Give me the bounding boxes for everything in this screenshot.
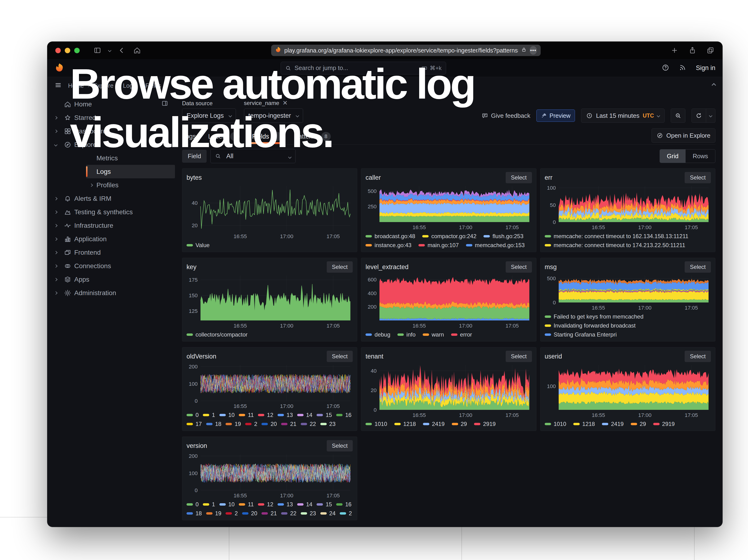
sidebar-item-home[interactable]: Home [51, 97, 175, 111]
breadcrumb-item-fields[interactable]: Fields [145, 82, 161, 89]
select-button[interactable]: Select [327, 440, 353, 451]
breadcrumb-item-logs[interactable]: Logs [123, 82, 136, 89]
data-source-select[interactable]: Explore Logs [182, 109, 236, 123]
remove-filter-icon[interactable]: ✕ [282, 99, 288, 107]
layout-toggle[interactable]: GridRows [660, 149, 716, 163]
legend-item[interactable]: 18 [206, 420, 221, 428]
dock-sidebar-icon[interactable] [161, 100, 168, 109]
legend-item[interactable]: 12 [258, 411, 273, 419]
panel-chart[interactable]: 05010016:5517:0017:05 [545, 183, 711, 231]
window-controls[interactable] [55, 48, 80, 53]
legend-item[interactable]: collectors/compactor [187, 331, 248, 339]
legend-item[interactable]: 1 [203, 411, 215, 419]
legend-item[interactable]: 16 [336, 500, 352, 508]
zoom-window-button[interactable] [74, 48, 80, 53]
breadcrumb-item-explore[interactable]: Explore [93, 82, 114, 89]
tab-overview-icon[interactable] [706, 46, 715, 54]
sidebar-item-connections[interactable]: Connections [51, 259, 175, 273]
legend-item[interactable]: warn [423, 331, 444, 339]
sidebar-item-infrastructure[interactable]: Infrastructure [51, 219, 175, 232]
sidebar-item-dashboards[interactable]: Dashboards [51, 124, 175, 138]
legend-item[interactable]: 13 [278, 411, 293, 419]
legend-item[interactable]: 2 [226, 510, 238, 517]
grafana-logo[interactable] [54, 63, 65, 74]
legend-item[interactable]: memcache: connect timeout to 174.213.22.… [545, 241, 685, 249]
legend-item[interactable]: 20 [242, 510, 257, 517]
sidebar-item-alerts-irm[interactable]: Alerts & IRM [51, 192, 175, 205]
tab-labels[interactable]: Labels [208, 129, 240, 144]
legend-item[interactable]: 1010 [545, 420, 566, 428]
panel-chart[interactable]: 25050016:5517:0017:05 [366, 183, 532, 231]
legend-item[interactable]: flush.go:253 [484, 232, 523, 240]
legend-item[interactable]: 23 [301, 510, 316, 517]
refresh-button[interactable] [692, 109, 706, 123]
legend-item[interactable]: debug [366, 331, 390, 339]
sign-in-button[interactable]: Sign in [696, 64, 716, 72]
select-button[interactable]: Select [685, 172, 711, 183]
legend-item[interactable]: Failed to get keys from memcached [545, 313, 644, 321]
legend-item[interactable]: 22 [301, 420, 316, 428]
sidebar-chevron-icon[interactable] [109, 49, 111, 51]
panel-chart[interactable]: 0204016:5517:0017:05 [366, 362, 532, 418]
legend-item[interactable]: 1218 [573, 420, 595, 428]
legend-item[interactable]: 24 [320, 510, 336, 517]
refresh-interval-button[interactable] [706, 109, 716, 123]
select-button[interactable]: Select [506, 261, 532, 273]
help-icon[interactable] [662, 64, 669, 72]
legend-item[interactable]: 21 [281, 420, 297, 428]
share-icon[interactable] [688, 46, 697, 54]
legend-item[interactable]: compactor.go:242 [422, 232, 476, 240]
legend-item[interactable]: 11 [239, 500, 254, 508]
panel-chart[interactable]: 20040060016:5517:0017:05 [366, 273, 532, 329]
legend-item[interactable]: 19 [206, 510, 221, 517]
sidebar-item-logs[interactable]: Logs [86, 165, 175, 178]
legend-item[interactable]: memcache: connect timeout to 162.134.158… [545, 232, 688, 240]
legend-item[interactable]: 12 [258, 500, 273, 508]
legend-item[interactable]: 2 [245, 420, 257, 428]
legend-item[interactable]: 19 [226, 420, 241, 428]
preview-badge[interactable]: Preview [536, 110, 575, 122]
legend-item[interactable]: broadcast.go:48 [366, 232, 415, 240]
sidebar-item-application[interactable]: Application [51, 232, 175, 246]
browser-sidebar-icon[interactable] [93, 46, 101, 54]
page-settings-icon[interactable]: ••• [530, 46, 537, 55]
legend-item[interactable]: 10 [219, 500, 235, 508]
chevron-up-icon[interactable] [712, 84, 716, 88]
select-button[interactable]: Select [685, 351, 711, 362]
legend-item[interactable]: 16 [336, 411, 352, 419]
legend-item[interactable]: instance.go:43 [366, 241, 411, 249]
legend-item[interactable]: 18 [187, 510, 202, 517]
sidebar-item-explore[interactable]: Explore [51, 138, 175, 151]
sidebar-item-apps[interactable]: Apps [51, 273, 175, 286]
legend-item[interactable]: 11 [239, 411, 254, 419]
menu-icon[interactable] [54, 81, 62, 90]
select-button[interactable]: Select [506, 351, 532, 362]
legend-item[interactable]: 0 [187, 411, 198, 419]
search-input[interactable]: Search or jump to... ⌘+k [281, 62, 446, 74]
tab-patterns[interactable]: Patterns8 [294, 129, 331, 144]
new-tab-icon[interactable] [671, 46, 678, 54]
legend-item[interactable]: 2919 [474, 420, 495, 428]
legend-item[interactable]: 29 [631, 420, 646, 428]
legend-item[interactable]: Starting Grafana Enterpri [545, 331, 617, 339]
legend-item[interactable]: 23 [320, 420, 336, 428]
service-name-select[interactable]: tempo-ingester [244, 109, 303, 123]
layout-toggle-rows[interactable]: Rows [685, 149, 715, 163]
sidebar-item-frontend[interactable]: Frontend [51, 246, 175, 259]
close-window-button[interactable] [55, 48, 61, 53]
legend-item[interactable]: 14 [297, 411, 312, 419]
legend-item[interactable]: 29 [452, 420, 467, 428]
sidebar-item-administration[interactable]: Administration [51, 286, 175, 300]
legend-item[interactable]: 14 [297, 500, 312, 508]
back-icon[interactable] [118, 46, 126, 54]
legend-item[interactable]: 15 [317, 500, 332, 508]
legend-item[interactable]: 2419 [602, 420, 624, 428]
zoom-out-button[interactable] [671, 109, 685, 123]
breadcrumb-item-home[interactable]: Home [68, 82, 84, 89]
time-range-picker[interactable]: Last 15 minutes UTC [581, 109, 664, 123]
legend-item[interactable]: 2919 [653, 420, 675, 428]
panel-chart[interactable]: 010020016:5517:0017:05 [187, 362, 353, 410]
legend-item[interactable]: 1010 [366, 420, 387, 428]
field-filter-select[interactable]: All [210, 149, 296, 163]
legend-item[interactable]: 13 [278, 500, 293, 508]
